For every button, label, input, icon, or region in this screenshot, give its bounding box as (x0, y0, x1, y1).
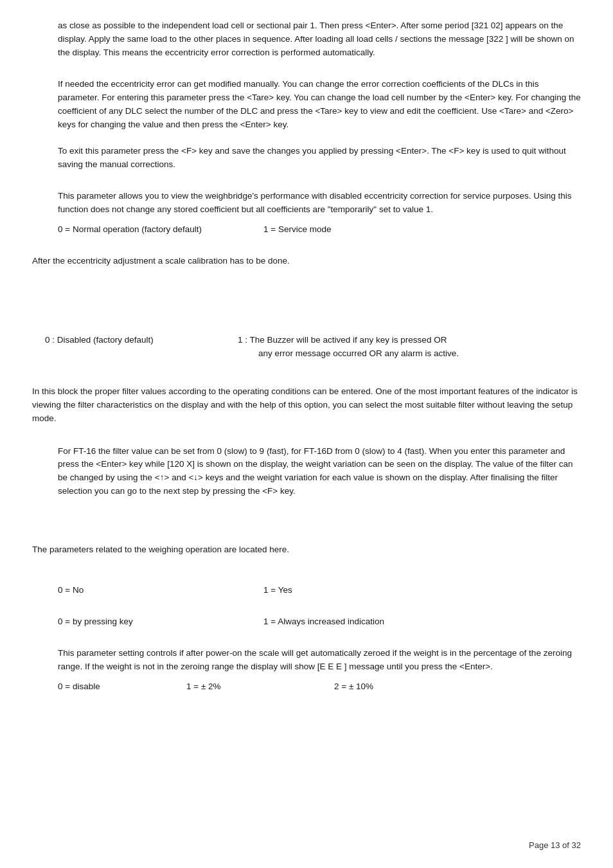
paragraph-2: If needed the eccentricity error can get… (58, 78, 581, 172)
spacer-medium-1 (32, 366, 581, 385)
zero-row: 0 = No 1 = Yes (58, 584, 581, 597)
paragraph-2b-text: To exit this parameter press the <F> key… (58, 145, 581, 172)
spacer-medium-2 (32, 565, 581, 584)
service-col-right: 1 = Service mode (263, 223, 581, 237)
zero-mode-col-left: 0 = by pressing key (58, 615, 263, 629)
disable-row: 0 = disable 1 = ± 2% 2 = ± 10% (58, 680, 581, 694)
service-mode-row: 0 = Normal operation (factory default) 1… (58, 223, 581, 237)
spacer-small-2 (32, 604, 581, 615)
weighing-params-block: The parameters related to the weighing o… (32, 543, 581, 557)
disable-col-1: 0 = disable (58, 680, 186, 694)
spacer-small-3 (32, 635, 581, 647)
zero-1-label: 1 = Yes (263, 585, 292, 595)
page-footer: Page 13 of 32 (529, 839, 581, 852)
paragraph-1: as close as possible to the independent … (58, 19, 581, 60)
filter-detail-block: For FT-16 the filter value can be set fr… (58, 445, 581, 499)
auto-zero-block: This parameter setting controls if after… (58, 647, 581, 674)
paragraph-3: This parameter allows you to view the we… (58, 190, 581, 217)
spacer-large-2 (32, 505, 581, 543)
spacer-small-1 (32, 433, 581, 445)
buzzer-left-col: 0 : Disabled (factory default) (45, 334, 238, 361)
buzzer-1-label: 1 : The Buzzer will be actived if any ke… (238, 335, 447, 345)
buzzer-row: 0 : Disabled (factory default) 1 : The B… (32, 334, 581, 361)
page-content: as close as possible to the independent … (0, 0, 613, 739)
zero-mode-row: 0 = by pressing key 1 = Always increased… (58, 615, 581, 629)
paragraph-2-text: If needed the eccentricity error can get… (58, 78, 581, 132)
zero-mode-1-label: 1 = Always increased indication (263, 617, 384, 626)
filter-detail-text: For FT-16 the filter value can be set fr… (58, 445, 581, 499)
zero-mode-0-label: 0 = by pressing key (58, 617, 133, 626)
auto-zero-text: This parameter setting controls if after… (58, 647, 581, 674)
disable-2-label: 2 = ± 10% (334, 682, 373, 691)
after-eccentricity: After the eccentricity adjustment a scal… (32, 255, 581, 268)
service-1-label: 1 = Service mode (263, 224, 331, 234)
disable-col-2: 1 = ± 2% (186, 680, 334, 694)
paragraph-1-text: as close as possible to the independent … (58, 19, 581, 60)
paragraph-3-text: This parameter allows you to view the we… (58, 190, 581, 217)
disable-params: 0 = disable 1 = ± 2% 2 = ± 10% (58, 680, 581, 694)
disable-0-label: 0 = disable (58, 682, 100, 691)
zero-col-left: 0 = No (58, 584, 263, 597)
filter-intro-block: In this block the proper filter values a… (32, 385, 581, 426)
zero-col-right: 1 = Yes (263, 584, 581, 597)
spacer-large-1 (32, 276, 581, 334)
buzzer-1-cont: any error message occurred OR any alarm … (238, 348, 459, 358)
filter-intro-text: In this block the proper filter values a… (32, 385, 581, 426)
after-eccentricity-text: After the eccentricity adjustment a scal… (32, 255, 581, 268)
disable-1-label: 1 = ± 2% (186, 682, 221, 691)
weighing-params-text: The parameters related to the weighing o… (32, 543, 581, 557)
buzzer-right-col: 1 : The Buzzer will be actived if any ke… (238, 334, 581, 361)
buzzer-0-label: 0 : Disabled (factory default) (45, 335, 154, 345)
zero-mode-col-right: 1 = Always increased indication (263, 615, 581, 629)
page-number: Page 13 of 32 (529, 840, 581, 850)
zero-0-label: 0 = No (58, 585, 84, 595)
disable-col-3: 2 = ± 10% (334, 680, 581, 694)
service-col-left: 0 = Normal operation (factory default) (58, 223, 263, 237)
service-0-label: 0 = Normal operation (factory default) (58, 224, 202, 234)
